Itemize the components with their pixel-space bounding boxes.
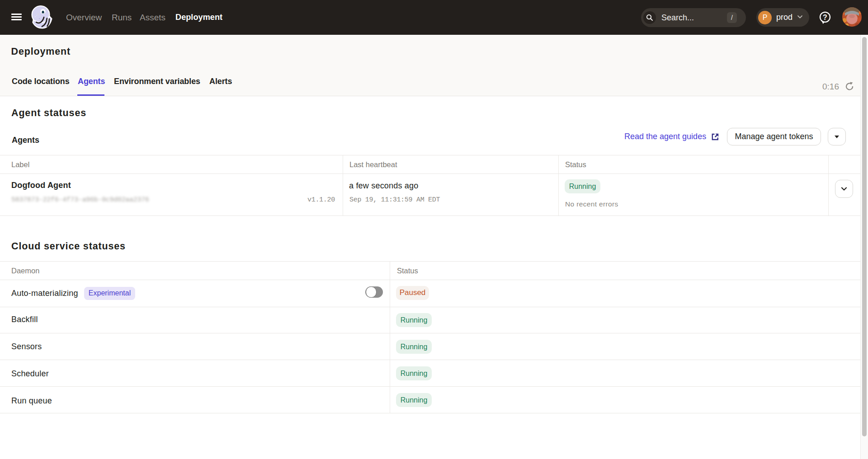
svg-text:?: ?: [823, 14, 827, 21]
